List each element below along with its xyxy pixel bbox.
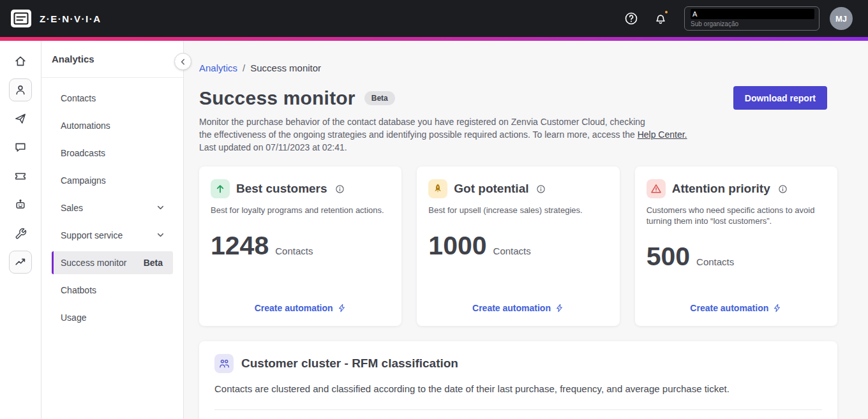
create-automation-link[interactable]: Create automation	[255, 303, 347, 313]
help-button[interactable]	[622, 9, 641, 28]
tools-icon	[15, 228, 27, 240]
warning-icon	[650, 183, 662, 195]
app-body: Analytics Contacts Automations Broadcast…	[0, 41, 868, 419]
chart-icon	[14, 256, 27, 268]
breadcrumb: Analytics / Success monitor	[199, 62, 837, 73]
chevron-down-icon	[156, 230, 165, 240]
card-attention-priority: Attention priority Customers who need sp…	[635, 166, 837, 326]
page-title: Success monitor	[199, 87, 355, 109]
rail-broadcasts-button[interactable]	[9, 107, 32, 130]
breadcrumb-current: Success monitor	[250, 62, 321, 73]
page-header: Success monitor Beta Download report	[199, 86, 837, 110]
last-updated: Last updated on 07/11/2023 at 02:41.	[199, 141, 837, 154]
home-icon	[14, 55, 27, 68]
cluster-title: Customer cluster - RFM classification	[241, 357, 458, 371]
sidebar-item-label: Contacts	[61, 93, 96, 103]
lightning-icon	[555, 304, 564, 312]
rail-conversations-button[interactable]	[9, 136, 32, 159]
info-icon[interactable]	[335, 184, 345, 194]
description-line-2: the effectiveness of the ongoing strateg…	[199, 128, 837, 141]
card-description: Customers who need specific actions to a…	[647, 205, 826, 226]
create-automation-link[interactable]: Create automation	[472, 303, 564, 313]
sidebar-item-label: Sales	[61, 203, 83, 213]
cluster-icon-wrap	[214, 354, 234, 373]
zenvia-logo-icon	[10, 9, 32, 28]
org-name-redacted: A	[691, 9, 814, 19]
info-icon[interactable]	[536, 184, 546, 194]
brand-name: Z·E·N·V·I·A	[40, 13, 101, 24]
sidebar-collapse-button[interactable]	[174, 53, 191, 70]
rocket-icon	[432, 183, 444, 195]
sidebar-item-chatbots[interactable]: Chatbots	[52, 276, 173, 304]
org-name-partial: A	[692, 10, 697, 18]
create-automation-label: Create automation	[255, 303, 333, 313]
person-icon	[14, 84, 27, 96]
sidebar-item-campaigns[interactable]: Campaigns	[52, 166, 173, 194]
sidebar-item-support-service[interactable]: Support service	[52, 221, 173, 249]
create-automation-link[interactable]: Create automation	[690, 303, 782, 313]
sidebar-item-label: Automations	[61, 121, 110, 131]
people-icon	[218, 358, 230, 370]
contacts-unit: Contacts	[493, 246, 531, 256]
ticket-icon	[14, 170, 27, 182]
help-center-link[interactable]: Help Center.	[638, 129, 687, 140]
chevron-left-icon	[178, 57, 188, 67]
download-report-button[interactable]: Download report	[733, 86, 827, 110]
rail-chatbots-button[interactable]	[9, 193, 32, 216]
contacts-count: 1248	[211, 231, 269, 261]
sidebar-item-label: Success monitor	[61, 258, 126, 268]
card-description: Best for upsell (increase sales) strateg…	[428, 205, 608, 216]
sidebar-header: Analytics	[41, 41, 183, 78]
rail-home-button[interactable]	[9, 50, 32, 73]
contacts-unit: Contacts	[696, 256, 734, 267]
create-automation-label: Create automation	[690, 303, 768, 313]
sidebar-item-label: Chatbots	[61, 285, 96, 295]
cluster-divider	[214, 409, 822, 410]
summary-cards: Best customers Best for loyalty programs…	[199, 166, 837, 326]
arrow-up-icon	[214, 183, 226, 195]
help-icon	[624, 11, 638, 26]
info-icon[interactable]	[778, 184, 788, 194]
beta-badge: Beta	[364, 91, 395, 105]
description-line-1: Monitor the purchase behavior of the con…	[199, 115, 837, 128]
topbar: Z·E·N·V·I·A A Sub organização MJ	[0, 0, 868, 37]
description-line-2-text: the effectiveness of the ongoing strateg…	[199, 129, 638, 140]
card-icon-wrap	[428, 179, 447, 198]
org-selector[interactable]: A Sub organização	[684, 6, 819, 31]
rail-tools-button[interactable]	[9, 222, 32, 245]
sidebar-title: Analytics	[52, 54, 94, 64]
sidebar-item-contacts[interactable]: Contacts	[52, 84, 173, 112]
page-description: Monitor the purchase behavior of the con…	[199, 115, 837, 154]
customer-cluster-card: Customer cluster - RFM classification Co…	[199, 341, 837, 419]
chat-icon	[14, 141, 27, 154]
card-icon-wrap	[647, 179, 666, 198]
sidebar-item-broadcasts[interactable]: Broadcasts	[52, 139, 173, 166]
sidebar-item-label: Campaigns	[61, 175, 106, 186]
create-automation-label: Create automation	[472, 303, 551, 313]
avatar[interactable]: MJ	[830, 7, 853, 30]
card-description: Best for loyalty programs and retention …	[211, 205, 390, 216]
sidebar-item-automations[interactable]: Automations	[52, 112, 173, 139]
icon-rail	[0, 41, 41, 419]
card-best-customers: Best customers Best for loyalty programs…	[199, 166, 401, 326]
contacts-count: 500	[647, 242, 690, 272]
breadcrumb-analytics-link[interactable]: Analytics	[199, 62, 237, 73]
notifications-button[interactable]	[651, 9, 670, 28]
rail-tickets-button[interactable]	[9, 165, 32, 187]
card-title: Best customers	[236, 182, 327, 196]
rail-analytics-button[interactable]	[9, 251, 32, 274]
brand[interactable]: Z·E·N·V·I·A	[10, 9, 101, 28]
lightning-icon	[773, 304, 782, 312]
sidebar-item-label: Support service	[61, 230, 123, 240]
rail-contacts-button[interactable]	[9, 78, 32, 101]
lightning-icon	[338, 304, 347, 312]
sidebar-item-usage[interactable]: Usage	[52, 304, 173, 331]
cluster-description: Contacts are clustered and classified ac…	[214, 383, 822, 394]
sidebar-item-label: Broadcasts	[61, 148, 105, 158]
sidebar: Analytics Contacts Automations Broadcast…	[41, 41, 184, 419]
sidebar-item-sales[interactable]: Sales	[52, 194, 173, 221]
sidebar-item-success-monitor[interactable]: Success monitor Beta	[52, 249, 173, 276]
card-title: Got potential	[454, 182, 528, 196]
card-got-potential: Got potential Best for upsell (increase …	[417, 166, 619, 326]
send-icon	[14, 112, 27, 125]
